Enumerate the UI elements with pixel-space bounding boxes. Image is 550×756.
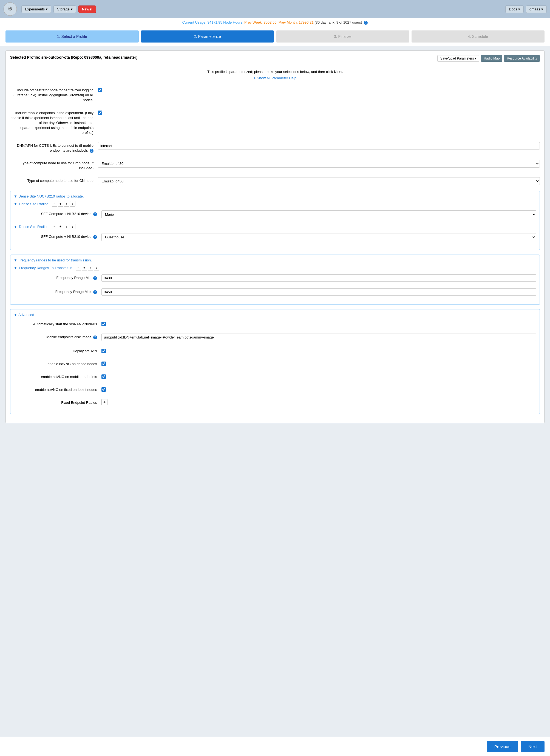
novnc-mobile-checkbox[interactable] [102, 374, 106, 379]
add-fixed-radio-button[interactable]: + [102, 399, 108, 405]
srsran-control [102, 321, 536, 327]
freq-max-info-icon[interactable]: ? [93, 290, 97, 294]
news-label: News! [82, 7, 92, 11]
resource-avail-button[interactable]: Resource Availability [504, 55, 540, 62]
mobile-endpoints-checkbox[interactable] [98, 111, 102, 115]
dnn-label-text: DNN/APN for COTS UEs to connect to (if m… [17, 143, 94, 153]
freq-min-row: Frequency Range Min ? [14, 273, 536, 283]
param-info: This profile is parameterized; please ma… [10, 70, 540, 74]
freq-max-control [102, 288, 536, 296]
dnn-input[interactable] [98, 142, 540, 149]
step-2[interactable]: 2. Parameterize [141, 30, 274, 43]
down-radio1-button[interactable]: ↓ [70, 201, 75, 207]
param-info-next: Next. [334, 70, 343, 74]
freq-min-info-icon[interactable]: ? [93, 276, 97, 280]
collapse-icon-1: ▼ [14, 194, 17, 198]
radio2-device-row: SFF Compute + NI B210 device ? Mario Lui… [14, 232, 536, 242]
deploy-srsran-control [102, 348, 536, 354]
novnc-mobile-control [102, 373, 536, 380]
freq-max-label: Frequency Range Max ? [14, 288, 102, 294]
disk-image-info-icon[interactable]: ? [93, 335, 97, 339]
cn-node-row: Type of compute node to use for CN node … [10, 176, 540, 186]
deploy-srsran-row: Deploy srsRAN [14, 346, 536, 355]
dense-site-section: ▼ Dense Site NUC+B210 radios to allocate… [10, 191, 540, 250]
rank-text: (30 day rank: 9 of 1027 users) [314, 20, 362, 24]
docs-chevron: ▾ [518, 7, 520, 11]
advanced-header[interactable]: ▼ Advanced [14, 313, 536, 317]
dnn-info-icon[interactable]: ? [90, 149, 94, 153]
remove-radio1-button[interactable]: − [52, 201, 57, 207]
radio2-device-select[interactable]: Mario Luigi Peach Guesthouse [102, 233, 536, 241]
step-4-number: 4. [468, 34, 472, 39]
radio1-device-label-text: SFF Compute + NI B210 device [41, 212, 91, 216]
profile-buttons: Save/Load Parameters ▾ Radio Map Resourc… [437, 55, 540, 62]
freq-max-label-text: Frequency Range Max [55, 290, 92, 294]
app-logo: ❄ [3, 2, 17, 16]
radio2-info-icon[interactable]: ? [93, 235, 97, 239]
novnc-dense-row: enable noVNC on dense nodes [14, 359, 536, 368]
freq-max-input[interactable] [102, 288, 536, 296]
novnc-fixed-checkbox[interactable] [102, 387, 106, 392]
deploy-srsran-checkbox[interactable] [102, 349, 106, 353]
up-radio1-button[interactable]: ↑ [64, 201, 69, 207]
orch-node-row: Type of compute node to use for Orch nod… [10, 159, 540, 172]
up-radio2-button[interactable]: ↑ [64, 224, 69, 229]
array-controls-1: − + ↑ ↓ [52, 201, 75, 207]
down-freq-button[interactable]: ↓ [94, 265, 99, 270]
add-radio2-button[interactable]: + [58, 224, 63, 229]
add-radio1-button[interactable]: + [58, 201, 63, 207]
mobile-endpoints-row: Include mobile endpoints in the experime… [10, 108, 540, 137]
docs-label: Docs [509, 7, 517, 11]
cn-node-select[interactable]: Emulab, d430 Emulab, d740 Emulab, xl170 [98, 177, 540, 185]
top-navigation: ❄ Experiments ▾ Storage ▾ News! Docs ▾ d… [0, 0, 550, 18]
dense-site-header[interactable]: ▼ Dense Site NUC+B210 radios to allocate… [14, 194, 536, 198]
fixed-radios-label: Fixed Endpoint Radios [14, 399, 102, 405]
radio1-info-icon[interactable]: ? [93, 212, 97, 216]
srsran-checkbox[interactable] [102, 322, 106, 326]
novnc-dense-checkbox[interactable] [102, 362, 106, 366]
deploy-srsran-label: Deploy srsRAN [14, 348, 102, 354]
freq-min-label: Frequency Range Min ? [14, 274, 102, 280]
info-icon[interactable]: ? [364, 21, 368, 25]
orch-node-select[interactable]: Emulab, d430 Emulab, d740 Emulab, xl170 [98, 160, 540, 168]
show-help-link[interactable]: + Show All Parameter Help [10, 76, 540, 80]
down-radio2-button[interactable]: ↓ [70, 224, 75, 229]
radio2-device-label: SFF Compute + NI B210 device ? [14, 233, 102, 239]
array-controls-freq: − + ↑ ↓ [76, 265, 99, 270]
experiments-button[interactable]: Experiments ▾ [21, 5, 51, 13]
orchestrator-checkbox[interactable] [98, 88, 102, 92]
save-load-button[interactable]: Save/Load Parameters ▾ [437, 55, 479, 62]
docs-button[interactable]: Docs ▾ [505, 5, 524, 13]
usage-current: 34171.95 Node Hours, [207, 20, 243, 24]
frequency-section: ▼ Frequency ranges to be used for transm… [10, 255, 540, 305]
orch-node-label: Type of compute node to use for Orch nod… [10, 160, 98, 171]
steps-bar: 1. Select a Profile 2. Parameterize 3. F… [0, 27, 550, 46]
user-button[interactable]: dmaas ▾ [526, 5, 547, 13]
fixed-radios-control: + [102, 399, 536, 405]
next-button[interactable]: Next [521, 741, 545, 752]
step-2-number: 2. [194, 34, 198, 39]
frequency-header[interactable]: ▼ Frequency ranges to be used for transm… [14, 258, 536, 262]
freq-min-input[interactable] [102, 274, 536, 282]
up-freq-button[interactable]: ↑ [88, 265, 93, 270]
news-button[interactable]: News! [78, 5, 96, 13]
storage-button[interactable]: Storage ▾ [53, 5, 76, 13]
add-freq-button[interactable]: + [82, 265, 87, 270]
remove-radio2-button[interactable]: − [52, 224, 57, 229]
previous-button[interactable]: Previous [487, 741, 518, 752]
storage-label: Storage [57, 7, 70, 11]
usage-bar: Current Usage: 34171.95 Node Hours, Prev… [0, 18, 550, 27]
radio1-device-select[interactable]: Mario Luigi Peach Guesthouse [102, 210, 536, 218]
nav-right: Docs ▾ dmaas ▾ [505, 5, 547, 13]
save-load-chevron: ▾ [475, 57, 476, 60]
parameterize-card: Selected Profile: srs-outdoor-ota (Repo:… [5, 50, 545, 423]
radio2-device-control: Mario Luigi Peach Guesthouse [102, 233, 536, 241]
cn-node-label: Type of compute node to use for CN node [10, 177, 98, 183]
array-controls-2: − + ↑ ↓ [52, 224, 75, 229]
disk-image-input[interactable] [102, 334, 536, 341]
radio-map-button[interactable]: Radio Map [481, 55, 502, 62]
prev-week-value: 3552.56, [264, 20, 277, 24]
collapse-icon-ranges: ▼ [14, 266, 17, 270]
step-1[interactable]: 1. Select a Profile [5, 30, 139, 43]
remove-freq-button[interactable]: − [76, 265, 81, 270]
